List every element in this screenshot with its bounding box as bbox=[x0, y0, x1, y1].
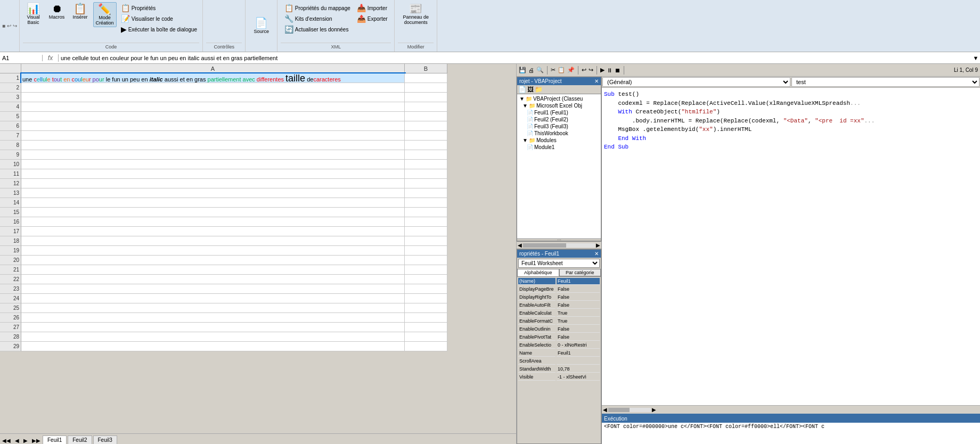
cell-b16[interactable] bbox=[405, 217, 447, 227]
props-table-row[interactable]: EnableCalculatTrue bbox=[518, 310, 600, 317]
props-table-row[interactable]: Visible-1 - xlSheetVi bbox=[518, 374, 600, 381]
cell-a28[interactable] bbox=[21, 332, 405, 342]
project-view-code[interactable]: 📄 bbox=[518, 86, 526, 93]
visual-basic-button[interactable]: 📊 VisualBasic bbox=[23, 2, 44, 26]
props-tab-cat[interactable]: Par catégorie bbox=[559, 269, 601, 276]
cell-a20[interactable] bbox=[21, 256, 405, 265]
cell-b7[interactable] bbox=[405, 131, 447, 141]
hscroll-left[interactable]: ◀ bbox=[518, 242, 522, 248]
props-tab-alpha[interactable]: Alphabétique bbox=[517, 269, 559, 276]
cell-a9[interactable] bbox=[21, 150, 405, 160]
cell-a16[interactable] bbox=[21, 217, 405, 227]
tree-modules[interactable]: ▼ 📁 Modules bbox=[518, 137, 600, 144]
cell-b3[interactable] bbox=[405, 93, 447, 102]
cell-b29[interactable] bbox=[405, 342, 447, 351]
props-table-row[interactable]: EnableFormatCTrue bbox=[518, 318, 600, 325]
vba-toolbar-stop[interactable]: ⏹ bbox=[615, 67, 620, 73]
code-hscroll-right[interactable]: ▶ bbox=[652, 407, 656, 413]
props-table-row[interactable]: StandardWidth10,78 bbox=[518, 366, 600, 373]
vba-toolbar-print[interactable]: 🖨 bbox=[528, 67, 534, 73]
cell-a26[interactable] bbox=[21, 313, 405, 323]
cell-b27[interactable] bbox=[405, 323, 447, 332]
cell-a4[interactable] bbox=[21, 102, 405, 112]
importer-button[interactable]: 📥 Importer bbox=[355, 3, 390, 13]
tree-vbaproject[interactable]: ▼ 📁 VBAProject (Classeu bbox=[518, 95, 600, 102]
code-object-dropdown[interactable]: (Général) bbox=[602, 77, 790, 87]
exporter-button[interactable]: 📤 Exporter bbox=[355, 14, 390, 23]
cell-b10[interactable] bbox=[405, 160, 447, 169]
sheet-nav-right[interactable]: ▶▶ bbox=[30, 437, 43, 444]
formula-input[interactable]: une cellule tout en couleur pour le fun … bbox=[59, 55, 971, 61]
cell-b5[interactable] bbox=[405, 112, 447, 121]
cell-b26[interactable] bbox=[405, 313, 447, 323]
props-table-row[interactable]: DisplayRightToFalse bbox=[518, 294, 600, 301]
actualiser-button[interactable]: 🔄 Actualiser les données bbox=[282, 24, 353, 34]
cell-a10[interactable] bbox=[21, 160, 405, 169]
cell-b17[interactable] bbox=[405, 227, 447, 236]
cell-b2[interactable] bbox=[405, 83, 447, 93]
sheet-nav-next[interactable]: ▶ bbox=[21, 437, 30, 444]
formula-expand-button[interactable]: ▼ bbox=[971, 55, 980, 61]
cell-reference-box[interactable]: A1 bbox=[0, 55, 43, 61]
cell-b18[interactable] bbox=[405, 236, 447, 246]
code-hscroll-left[interactable]: ◀ bbox=[603, 407, 607, 413]
code-hscroll-track[interactable] bbox=[608, 408, 651, 412]
cell-a13[interactable] bbox=[21, 188, 405, 198]
project-view-object[interactable]: 🖼 bbox=[527, 86, 534, 93]
vba-toolbar-copy[interactable]: 📋 bbox=[558, 67, 565, 73]
tree-feuil1[interactable]: 📄 Feuil1 (Feuil1) bbox=[518, 109, 600, 116]
cell-a22[interactable] bbox=[21, 275, 405, 284]
cell-a7[interactable] bbox=[21, 131, 405, 141]
sheet-nav-prev[interactable]: ◀ bbox=[13, 437, 21, 444]
cell-b28[interactable] bbox=[405, 332, 447, 342]
vba-toolbar-pause[interactable]: ⏸ bbox=[607, 67, 612, 73]
cell-a6[interactable] bbox=[21, 121, 405, 131]
cell-a18[interactable] bbox=[21, 236, 405, 246]
properties-close-button[interactable]: ✕ bbox=[594, 251, 599, 257]
cell-a24[interactable] bbox=[21, 294, 405, 303]
cell-b21[interactable] bbox=[405, 265, 447, 275]
cell-b14[interactable] bbox=[405, 198, 447, 208]
inserer-button[interactable]: 📋 Insérer bbox=[70, 2, 91, 21]
cell-b6[interactable] bbox=[405, 121, 447, 131]
props-table-row[interactable]: DisplayPageBreFalse bbox=[518, 286, 600, 293]
vba-toolbar-undo[interactable]: ↩ bbox=[582, 67, 586, 73]
hscroll-thumb[interactable] bbox=[523, 243, 566, 248]
cell-a19[interactable] bbox=[21, 246, 405, 256]
cell-a8[interactable] bbox=[21, 141, 405, 150]
visualiser-code-button[interactable]: 📝 Visualiser le code bbox=[119, 14, 200, 23]
cell-a12[interactable] bbox=[21, 179, 405, 188]
cell-b13[interactable] bbox=[405, 188, 447, 198]
cell-b12[interactable] bbox=[405, 179, 447, 188]
props-table-row[interactable]: EnablePivotTatFalse bbox=[518, 334, 600, 341]
tree-feuil3[interactable]: 📄 Feuil3 (Feuil3) bbox=[518, 123, 600, 130]
cell-b9[interactable] bbox=[405, 150, 447, 160]
cell-a2[interactable] bbox=[21, 83, 405, 93]
cell-a3[interactable] bbox=[21, 93, 405, 102]
executer-boite-button[interactable]: ▶ Exécuter la boîte de dialogue bbox=[119, 24, 200, 34]
cell-a14[interactable] bbox=[21, 198, 405, 208]
cell-b25[interactable] bbox=[405, 303, 447, 313]
cell-a11[interactable] bbox=[21, 169, 405, 179]
vba-toolbar-cut[interactable]: ✂ bbox=[551, 67, 556, 73]
cell-b19[interactable] bbox=[405, 246, 447, 256]
cell-a21[interactable] bbox=[21, 265, 405, 275]
project-toggle[interactable]: 📁 bbox=[535, 86, 543, 93]
cell-b8[interactable] bbox=[405, 141, 447, 150]
sheet-tab-feuil3[interactable]: Feuil3 bbox=[93, 435, 117, 444]
sheet-tab-feuil1[interactable]: Feuil1 bbox=[43, 435, 67, 444]
cell-a17[interactable] bbox=[21, 227, 405, 236]
cell-a27[interactable] bbox=[21, 323, 405, 332]
vba-toolbar-save[interactable]: 💾 bbox=[519, 67, 526, 73]
cell-a15[interactable] bbox=[21, 208, 405, 217]
cell-a23[interactable] bbox=[21, 284, 405, 294]
cell-b23[interactable] bbox=[405, 284, 447, 294]
cell-b20[interactable] bbox=[405, 256, 447, 265]
cell-a1[interactable]: une cellule tout en couleur pour le fun … bbox=[21, 73, 405, 83]
mode-creation-button[interactable]: ✏️ Mode Création bbox=[93, 2, 117, 27]
props-table-row[interactable]: ScrollArea bbox=[518, 358, 600, 365]
vba-toolbar-search[interactable]: 🔍 bbox=[536, 67, 544, 73]
resize-handle-horizontal[interactable]: ⋯ bbox=[517, 239, 601, 241]
props-table-row[interactable]: NameFeuil1 bbox=[518, 350, 600, 357]
props-table-row[interactable]: EnableOutlininFalse bbox=[518, 326, 600, 333]
